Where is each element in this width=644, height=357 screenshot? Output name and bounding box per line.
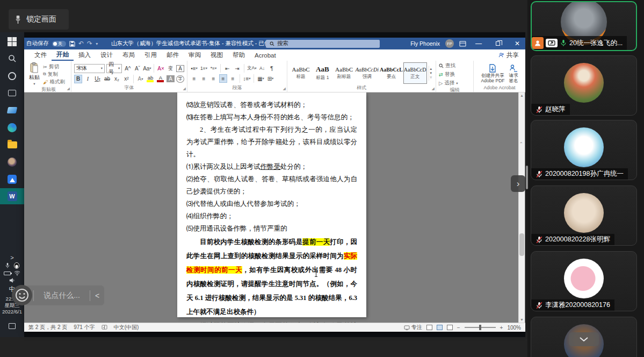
document-page[interactable]: ⑿故意销毁试卷、答卷或者考试材料的；⒀在答卷上填写与本人身份不符的姓名、考号等信… [177,92,366,317]
copy-button[interactable]: ⧉复制 [43,71,65,78]
zoom-level[interactable]: 100% [507,325,521,331]
tab-home[interactable]: 开始 [52,49,74,61]
underline-button[interactable]: U▾ [93,75,102,83]
asian-layout-button[interactable]: 文A▾ [247,64,256,73]
print-layout-button[interactable] [437,325,443,330]
scroll-up-icon[interactable]: ▲ [520,94,524,97]
paste-button[interactable]: 粘贴▾ [29,62,40,86]
scrollbar-thumb[interactable] [519,233,524,256]
zoom-in-button[interactable]: + [500,325,503,331]
grow-font-button[interactable]: A^ [124,64,132,73]
notification-center-icon[interactable] [0,318,24,334]
numbering-button[interactable]: 1≡▾ [200,64,208,73]
cut-button[interactable]: ✂剪切 [43,63,65,70]
text-highlight-button[interactable]: ab [146,75,155,82]
remote-desktop-app-icon[interactable] [0,102,24,118]
replace-button[interactable]: ⇄替换 [439,71,458,78]
edge-browser-icon[interactable] [0,119,24,135]
chat-input-bar[interactable]: 说点什么... < [25,285,104,305]
superscript-button[interactable]: x² [122,75,131,83]
character-border-button[interactable]: A [176,65,184,72]
tab-layout[interactable]: 布局 [118,49,140,61]
shading-button[interactable]: ▦▾ [257,74,265,83]
change-case-button[interactable]: Aa▾ [143,64,151,73]
file-explorer-icon[interactable] [0,137,24,153]
chat-collapse-icon[interactable]: < [90,291,104,300]
align-left-button[interactable]: ≡ [190,74,198,83]
font-color-button[interactable]: A [156,75,165,82]
task-view-icon[interactable] [0,85,24,101]
select-button[interactable]: ▷选择▾ [439,80,458,87]
zoom-out-button[interactable]: − [457,325,460,331]
tray-expand-icon[interactable]: > [10,254,13,261]
quick-access-more-icon[interactable]: ▾ [96,41,98,46]
tab-view[interactable]: 视图 [206,49,228,61]
phonetic-guide-button[interactable]: 变 [167,64,175,73]
chat-input-placeholder[interactable]: 说点什么... [34,291,90,301]
font-name-select[interactable]: 宋体▾ [74,64,105,73]
participant-tile[interactable]: 赵晓萍 [531,55,637,116]
redo-icon[interactable]: ↷ [87,40,92,47]
ribbon-display-options-icon[interactable] [459,41,466,47]
wifi-icon[interactable] [14,270,20,276]
style-subtitle[interactable]: AaBbC 副标题 [333,62,354,84]
qq-app-icon[interactable] [0,154,24,170]
restore-button[interactable] [491,40,505,47]
style-keypoints[interactable]: AaBbCcL 要点 [379,62,403,84]
web-layout-button[interactable] [447,325,453,330]
request-signature-button[interactable]: 请求 签名 [509,64,518,83]
style-heading1[interactable]: AaB 标题 1 [312,62,333,84]
scroll-down-icon[interactable]: ▼ [520,318,524,322]
decrease-indent-button[interactable]: ⇤ [223,64,231,73]
word-count[interactable]: 971 个字 [74,324,95,331]
paragraph-dialog-launcher[interactable]: ◢ [283,87,286,91]
increase-indent-button[interactable]: ⇥ [233,64,241,73]
font-dialog-launcher[interactable]: ◢ [183,87,186,91]
font-size-select[interactable]: 四号▾ [106,64,122,73]
create-pdf-button[interactable]: 创建并共享 Adobe PDF [481,64,505,83]
read-mode-button[interactable] [426,325,432,330]
align-right-button[interactable]: ≡ [209,74,218,83]
proofing-icon[interactable] [102,325,107,330]
clear-formatting-button[interactable]: A× [157,64,165,73]
emoji-button[interactable] [12,285,32,305]
cortana-icon[interactable] [0,68,24,84]
bullets-button[interactable]: •≡▾ [190,64,198,73]
style-emphasis[interactable]: AaBbCcDi 强调 [355,62,379,84]
minimize-button[interactable]: — [472,40,486,47]
focus-mode-button[interactable]: 专注 [404,324,422,331]
tab-acrobat[interactable]: Acrobat [250,49,281,61]
search-box[interactable]: 搜索 [266,40,380,48]
sort-button[interactable]: A↓ [258,64,266,73]
lock-screen-button[interactable]: 锁定画面 [9,9,69,30]
close-button[interactable]: ✕ [510,40,524,47]
styles-gallery-scroll[interactable]: ▴▾▿ [429,66,433,81]
align-center-button[interactable]: ≡ [200,74,208,83]
language-indicator[interactable]: 中文(中国) [114,324,139,331]
character-shading-button[interactable]: A [167,75,175,82]
participant-tile[interactable]: 李潇雅202000820176 [531,251,637,311]
meeting-app-icon[interactable] [0,171,24,187]
tray-mic-icon[interactable] [5,262,10,269]
tab-references[interactable]: 引用 [140,49,162,61]
show-marks-button[interactable]: ¶ [267,64,276,73]
speaker-icon[interactable] [9,277,16,283]
undo-icon[interactable]: ↶ [78,40,84,47]
sidebar-divider-handle[interactable] [526,166,528,189]
tray-qq-icon[interactable] [13,262,20,269]
page-indicator[interactable]: 第 2 页，共 2 页 [28,324,67,331]
justify-button[interactable]: ≡ [219,74,227,83]
start-button[interactable] [0,33,24,49]
borders-button[interactable]: ⊞▾ [266,74,274,83]
tab-insert[interactable]: 插入 [74,49,96,61]
clipboard-dialog-launcher[interactable]: ◢ [67,87,70,91]
shrink-font-button[interactable]: Aˇ [133,64,141,73]
italic-button[interactable]: I [84,75,92,83]
tab-help[interactable]: 帮助 [228,49,250,61]
styles-dialog-launcher[interactable]: ◢ [432,87,435,91]
tab-mailings[interactable]: 邮件 [162,49,184,61]
participant-tile[interactable]: 202000820228张明辉 [531,185,637,246]
zoom-slider[interactable] [465,327,496,328]
scroll-more-participants-button[interactable] [569,332,599,346]
taskbar-search-icon[interactable] [0,51,24,67]
